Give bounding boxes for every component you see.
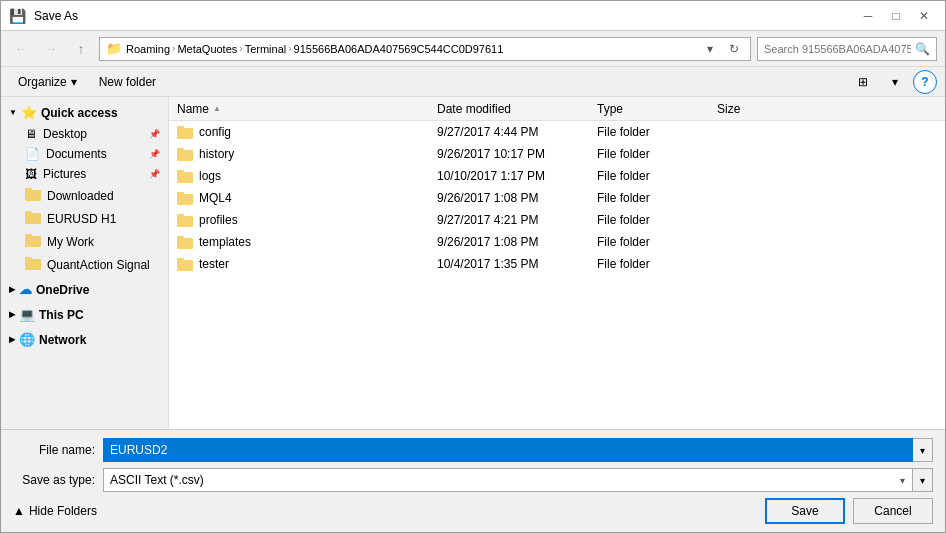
column-name[interactable]: Name ▲: [169, 102, 429, 116]
chevron-right-icon2: ▶: [9, 310, 15, 319]
sidebar-item-pictures[interactable]: 🖼 Pictures 📌: [1, 164, 168, 184]
up-button[interactable]: ↑: [69, 37, 93, 61]
path-metaquotes: MetaQuotes: [177, 43, 237, 55]
table-row[interactable]: MQL4 9/26/2017 1:08 PM File folder: [169, 187, 945, 209]
pictures-icon: 🖼: [25, 167, 37, 181]
new-folder-label: New folder: [99, 75, 156, 89]
mywork-folder-icon: [25, 233, 41, 250]
file-type-cell: File folder: [589, 125, 709, 139]
table-row[interactable]: history 9/26/2017 10:17 PM File folder: [169, 143, 945, 165]
view-options-button[interactable]: ⊞: [849, 70, 877, 94]
table-row[interactable]: logs 10/10/2017 1:17 PM File folder: [169, 165, 945, 187]
chevron-right-icon3: ▶: [9, 335, 15, 344]
file-type-cell: File folder: [589, 213, 709, 227]
chevron-down-icon: ▼: [9, 108, 17, 117]
col-name-label: Name: [177, 102, 209, 116]
sidebar-item-desktop[interactable]: 🖥 Desktop 📌: [1, 124, 168, 144]
path-hash: 915566BA06ADA407569C544CC0D97611: [294, 43, 504, 55]
action-row: ▲ Hide Folders Save Cancel: [13, 498, 933, 524]
thispc-label: This PC: [39, 308, 84, 322]
mywork-label: My Work: [47, 235, 94, 249]
organize-button[interactable]: Organize ▾: [9, 70, 86, 94]
sidebar-header-onedrive[interactable]: ▶ ☁ OneDrive: [1, 278, 168, 301]
pictures-label: Pictures: [43, 167, 86, 181]
file-type-cell: File folder: [589, 257, 709, 271]
sidebar-item-eurusd[interactable]: EURUSD H1: [1, 207, 168, 230]
network-icon: 🌐: [19, 332, 35, 347]
savetype-wrapper: ASCII Text (*.csv): [103, 468, 913, 492]
view-arrow-icon: ▾: [892, 75, 898, 89]
sidebar-item-documents[interactable]: 📄 Documents 📌: [1, 144, 168, 164]
sidebar-item-downloaded[interactable]: Downloaded: [1, 184, 168, 207]
cancel-button[interactable]: Cancel: [853, 498, 933, 524]
documents-icon: 📄: [25, 147, 40, 161]
view-arrow-button[interactable]: ▾: [881, 70, 909, 94]
file-type-cell: File folder: [589, 191, 709, 205]
sort-arrow-icon: ▲: [213, 104, 221, 113]
column-date-modified[interactable]: Date modified: [429, 102, 589, 116]
savetype-select[interactable]: ASCII Text (*.csv): [103, 468, 913, 492]
filename-row: File name: ▾: [13, 438, 933, 462]
column-type[interactable]: Type: [589, 102, 709, 116]
sidebar-header-network[interactable]: ▶ 🌐 Network: [1, 328, 168, 351]
help-icon: ?: [921, 75, 928, 89]
file-name-cell: logs: [169, 169, 429, 183]
quick-access-label: Quick access: [41, 106, 118, 120]
refresh-button[interactable]: ↻: [724, 39, 744, 59]
file-name: profiles: [199, 213, 238, 227]
table-row[interactable]: profiles 9/27/2017 4:21 PM File folder: [169, 209, 945, 231]
savetype-dropdown-button[interactable]: ▾: [913, 468, 933, 492]
folder-icon: [177, 169, 193, 183]
table-row[interactable]: tester 10/4/2017 1:35 PM File folder: [169, 253, 945, 275]
filename-input[interactable]: [103, 438, 913, 462]
chevron-right-icon: ▶: [9, 285, 15, 294]
svg-rect-9: [177, 126, 184, 130]
help-button[interactable]: ?: [913, 70, 937, 94]
sidebar-item-quantaction[interactable]: QuantAction Signal: [1, 253, 168, 276]
desktop-label: Desktop: [43, 127, 87, 141]
eurusd-label: EURUSD H1: [47, 212, 116, 226]
network-label: Network: [39, 333, 86, 347]
sep3: ›: [288, 43, 291, 54]
file-type-cell: File folder: [589, 235, 709, 249]
organize-label: Organize: [18, 75, 67, 89]
hide-folders-button[interactable]: ▲ Hide Folders: [13, 504, 97, 518]
minimize-button[interactable]: ─: [855, 6, 881, 26]
sidebar-header-thispc[interactable]: ▶ 💻 This PC: [1, 303, 168, 326]
folder-icon: [177, 147, 193, 161]
column-size[interactable]: Size: [709, 102, 789, 116]
cancel-btn-label: Cancel: [874, 504, 911, 518]
svg-rect-19: [177, 236, 184, 240]
svg-rect-13: [177, 170, 184, 174]
file-type-cell: File folder: [589, 169, 709, 183]
sep1: ›: [172, 43, 175, 54]
main-content: Name ▲ Date modified Type Size config 9/…: [169, 97, 945, 429]
address-bar[interactable]: 📁 Roaming › MetaQuotes › Terminal › 9155…: [99, 37, 751, 61]
sidebar-header-quick-access[interactable]: ▼ ⭐ Quick access: [1, 101, 168, 124]
file-date-cell: 9/26/2017 10:17 PM: [429, 147, 589, 161]
sidebar-section-network: ▶ 🌐 Network: [1, 328, 168, 351]
new-folder-button[interactable]: New folder: [90, 70, 165, 94]
file-name: templates: [199, 235, 251, 249]
sidebar-item-mywork[interactable]: My Work: [1, 230, 168, 253]
filename-dropdown-button[interactable]: ▾: [913, 438, 933, 462]
save-button[interactable]: Save: [765, 498, 845, 524]
forward-button[interactable]: →: [39, 37, 63, 61]
file-name-cell: templates: [169, 235, 429, 249]
address-dropdown-button[interactable]: ▾: [700, 39, 720, 59]
onedrive-label: OneDrive: [36, 283, 89, 297]
sidebar: ▼ ⭐ Quick access 🖥 Desktop 📌 📄 Documents…: [1, 97, 169, 429]
eurusd-folder-icon: [25, 210, 41, 227]
search-input[interactable]: [764, 43, 911, 55]
search-bar[interactable]: 🔍: [757, 37, 937, 61]
close-button[interactable]: ✕: [911, 6, 937, 26]
table-row[interactable]: config 9/27/2017 4:44 PM File folder: [169, 121, 945, 143]
file-name-cell: tester: [169, 257, 429, 271]
folder-icon: [177, 191, 193, 205]
table-row[interactable]: templates 9/26/2017 1:08 PM File folder: [169, 231, 945, 253]
content-area: ▼ ⭐ Quick access 🖥 Desktop 📌 📄 Documents…: [1, 97, 945, 429]
address-path: Roaming › MetaQuotes › Terminal › 915566…: [126, 43, 696, 55]
back-button[interactable]: ←: [9, 37, 33, 61]
maximize-button[interactable]: □: [883, 6, 909, 26]
pin-icon: 📌: [149, 129, 160, 139]
